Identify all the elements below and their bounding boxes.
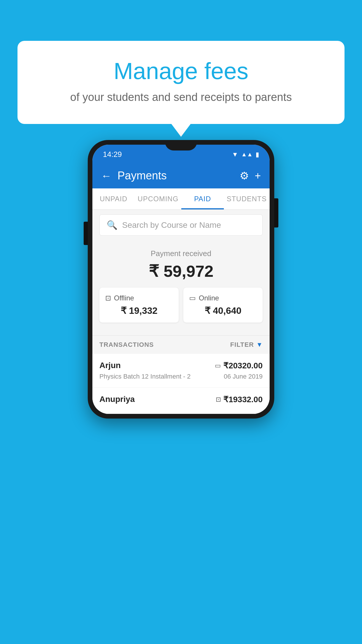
- transaction-course-1: Physics Batch 12 Installment - 2: [99, 373, 191, 380]
- filter-label: FILTER: [230, 341, 254, 349]
- battery-icon: ▮: [256, 151, 259, 158]
- tab-students[interactable]: STUDENTS: [224, 188, 270, 209]
- offline-card-header: ⊡ Offline: [105, 294, 173, 302]
- settings-icon[interactable]: ⚙: [240, 170, 249, 182]
- transaction-row-2[interactable]: Anupriya ⊡ ₹19332.00: [92, 388, 270, 414]
- phone-notch: [165, 140, 197, 150]
- tab-unpaid[interactable]: UNPAID: [92, 188, 135, 209]
- offline-label: Offline: [114, 294, 134, 302]
- transaction-amount-wrapper-2: ⊡ ₹19332.00: [216, 395, 263, 404]
- transaction-payment-icon-1: ▭: [215, 362, 221, 370]
- transactions-header: TRANSACTIONS FILTER ▼: [92, 335, 270, 354]
- transaction-amount-wrapper-1: ▭ ₹20320.00: [215, 361, 263, 370]
- transaction-row[interactable]: Arjun ▭ ₹20320.00 Physics Batch 12 Insta…: [92, 354, 270, 388]
- transaction-row-inner-2: Anupriya ⊡ ₹19332.00: [99, 395, 263, 404]
- online-card-header: ▭ Online: [189, 294, 257, 302]
- transaction-amount-1: ₹20320.00: [223, 361, 263, 370]
- signal-icon: ▲▲: [241, 151, 253, 158]
- app-header: ← Payments ⚙ +: [92, 163, 270, 188]
- payment-received-label: Payment received: [99, 249, 263, 258]
- online-label: Online: [199, 294, 219, 302]
- tabs-container: UNPAID UPCOMING PAID STUDENTS: [92, 188, 270, 210]
- payment-received-section: Payment received ₹ 59,972 ⊡ Offline ₹ 19…: [92, 240, 270, 335]
- search-box[interactable]: 🔍 Search by Course or Name: [99, 214, 263, 236]
- bubble-subtitle: of your students and send receipts to pa…: [41, 91, 321, 104]
- transaction-payment-icon-2: ⊡: [216, 396, 221, 403]
- filter-button[interactable]: FILTER ▼: [230, 341, 263, 349]
- header-right: ⚙ +: [240, 170, 261, 182]
- phone-screen: 14:29 ▼ ▲▲ ▮ ← Payments ⚙ +: [92, 145, 270, 414]
- transaction-date-1: 06 June 2019: [224, 373, 263, 380]
- phone-frame: 14:29 ▼ ▲▲ ▮ ← Payments ⚙ +: [88, 140, 274, 419]
- bubble-title: Manage fees: [41, 58, 321, 84]
- online-card: ▭ Online ₹ 40,640: [183, 288, 263, 323]
- online-amount: ₹ 40,640: [189, 305, 257, 316]
- tab-paid[interactable]: PAID: [181, 188, 224, 209]
- speech-bubble-container: Manage fees of your students and send re…: [17, 41, 345, 124]
- online-payment-icon: ▭: [189, 294, 196, 302]
- transaction-details-1: Physics Batch 12 Installment - 2 06 June…: [99, 373, 263, 380]
- tab-upcoming[interactable]: UPCOMING: [135, 188, 181, 209]
- transaction-name-1: Arjun: [99, 361, 121, 370]
- page-title: Payments: [117, 169, 167, 182]
- add-icon[interactable]: +: [255, 170, 261, 182]
- transaction-row-inner-1: Arjun ▭ ₹20320.00: [99, 361, 263, 370]
- back-button[interactable]: ←: [101, 170, 112, 182]
- payment-received-amount: ₹ 59,972: [99, 262, 263, 281]
- speech-bubble: Manage fees of your students and send re…: [17, 41, 345, 124]
- transaction-name-2: Anupriya: [99, 395, 135, 404]
- offline-payment-icon: ⊡: [105, 294, 111, 302]
- search-icon: 🔍: [107, 220, 117, 230]
- offline-card: ⊡ Offline ₹ 19,332: [99, 288, 179, 323]
- status-icons: ▼ ▲▲ ▮: [232, 151, 259, 158]
- search-container: 🔍 Search by Course or Name: [92, 210, 270, 240]
- phone-mockup: 14:29 ▼ ▲▲ ▮ ← Payments ⚙ +: [88, 140, 274, 419]
- search-placeholder-text: Search by Course or Name: [122, 220, 221, 230]
- transaction-amount-2: ₹19332.00: [223, 395, 263, 404]
- header-left: ← Payments: [101, 169, 167, 182]
- wifi-icon: ▼: [232, 151, 238, 158]
- payment-cards: ⊡ Offline ₹ 19,332 ▭ Online ₹ 40,640: [99, 288, 263, 328]
- status-time: 14:29: [103, 150, 122, 159]
- filter-icon: ▼: [256, 341, 263, 349]
- transactions-label: TRANSACTIONS: [99, 341, 154, 349]
- offline-amount: ₹ 19,332: [105, 305, 173, 316]
